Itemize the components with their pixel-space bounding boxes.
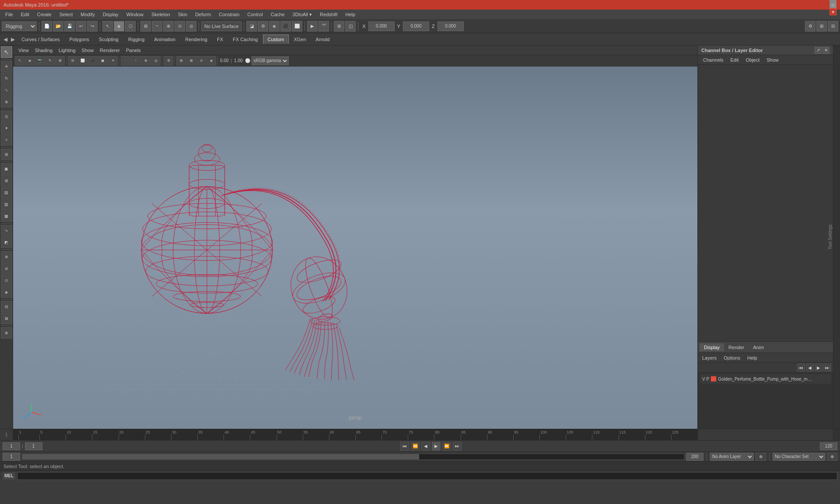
- menu-file[interactable]: File: [2, 11, 17, 18]
- channel-tab-channels[interactable]: Channels: [700, 56, 727, 63]
- menu-window[interactable]: Window: [123, 11, 147, 18]
- menu-select[interactable]: Select: [56, 11, 77, 18]
- vp-render-btn[interactable]: ⚙: [164, 56, 173, 66]
- pb-go-start-btn[interactable]: ⏮: [400, 442, 409, 451]
- light-btn[interactable]: ◈: [269, 21, 280, 32]
- curve-tool-btn[interactable]: ∿: [1, 225, 12, 236]
- surface-btn[interactable]: ◩: [1, 237, 12, 248]
- show-manip-btn[interactable]: ⊞: [1, 149, 12, 160]
- menu-edit[interactable]: Edit: [18, 11, 33, 18]
- snap-grid-btn[interactable]: ⊞: [140, 21, 151, 32]
- shelf-tab-fxcaching[interactable]: FX Caching: [228, 35, 262, 44]
- vp-isolate-btn[interactable]: ◎: [151, 56, 161, 66]
- move-tool-btn[interactable]: ✛: [1, 61, 12, 72]
- shelf-arrow-right[interactable]: ▶: [9, 36, 17, 42]
- playblast-btn[interactable]: ▶: [307, 21, 318, 32]
- shelf-tab-sculpting[interactable]: Sculpting: [94, 35, 123, 44]
- channel-close-btn[interactable]: ✕: [822, 47, 830, 54]
- redo-btn[interactable]: ↪: [87, 21, 98, 32]
- vp-menu-shading[interactable]: Shading: [32, 47, 55, 54]
- vp-menu-show[interactable]: Show: [79, 47, 97, 54]
- layout-front-btn[interactable]: ▦: [1, 210, 12, 222]
- vp-select-btn[interactable]: ↖: [15, 56, 24, 66]
- layer-nav-first[interactable]: ⏮: [797, 364, 805, 371]
- shelf-tab-animation[interactable]: Animation: [149, 35, 180, 44]
- vp-show-all-btn[interactable]: ⊞: [55, 56, 65, 66]
- menu-skeleton[interactable]: Skeleton: [148, 11, 174, 18]
- vp-light-btn[interactable]: ☀: [108, 56, 118, 66]
- shelf-tab-rendering[interactable]: Rendering: [180, 35, 212, 44]
- shelf-tab-custom[interactable]: Custom: [263, 35, 289, 44]
- shelf-arrow-left[interactable]: ◀: [2, 36, 9, 42]
- vp-menu-lighting[interactable]: Lighting: [56, 47, 78, 54]
- pb-play-back-btn[interactable]: ◀: [421, 442, 430, 451]
- deformer-btn[interactable]: ⊟: [1, 301, 12, 312]
- layout-side-btn[interactable]: ▤: [1, 187, 12, 198]
- close-button[interactable]: ✕: [830, 8, 836, 15]
- grid-vis-btn[interactable]: ⊞: [334, 21, 344, 32]
- menu-skin[interactable]: Skin: [175, 11, 191, 18]
- timeline-ruler[interactable]: 1510152025303540455055606570758085909510…: [13, 429, 697, 440]
- lasso-btn[interactable]: ◈: [114, 21, 124, 32]
- menu-control[interactable]: Control: [244, 11, 266, 18]
- menu-redshift[interactable]: Redshift: [316, 11, 341, 18]
- menu-modify[interactable]: Modify: [77, 11, 98, 18]
- layer-nav-last[interactable]: ⏭: [823, 364, 831, 371]
- weight-btn[interactable]: ◈: [1, 287, 12, 298]
- ik-btn[interactable]: ⊘: [1, 263, 12, 274]
- vp-snap2-btn[interactable]: ⊠: [186, 56, 196, 66]
- select-tool-btn[interactable]: ↖: [102, 21, 113, 32]
- shelf-tab-xgen[interactable]: XGen: [289, 35, 311, 44]
- bind-btn[interactable]: ⊙: [1, 275, 12, 286]
- char-set-btn[interactable]: ⊕: [827, 453, 837, 461]
- char-set-selector[interactable]: No Character Set: [773, 453, 825, 461]
- soft-select-btn[interactable]: ◎: [1, 111, 12, 122]
- shelf-tab-polygons[interactable]: Polygons: [64, 35, 94, 44]
- anim-layer-btn[interactable]: ⊕: [756, 453, 766, 461]
- vp-menu-renderer[interactable]: Renderer: [97, 47, 122, 54]
- camera-btn[interactable]: ◪: [246, 21, 257, 32]
- mel-input[interactable]: [17, 472, 837, 480]
- vp-normals-btn[interactable]: ↑: [131, 56, 140, 66]
- shelf-tab-arnold[interactable]: Arnold: [311, 35, 335, 44]
- shelf-tab-fx[interactable]: FX: [212, 35, 228, 44]
- scale-tool-btn[interactable]: ⤡: [1, 84, 12, 96]
- layer-item[interactable]: V P Golden_Perfume_Bottle_Pump_with_Hose…: [700, 374, 831, 384]
- layer-nav-next[interactable]: ▶: [815, 364, 822, 371]
- new-scene-btn[interactable]: 📄: [42, 21, 52, 32]
- range-end-input[interactable]: [686, 453, 704, 461]
- sculpt-btn[interactable]: ✦: [1, 122, 12, 134]
- shaderballs-btn[interactable]: ⬛: [280, 21, 291, 32]
- layout-single-btn[interactable]: ▣: [1, 163, 12, 175]
- pb-play-fwd-btn[interactable]: ▶: [432, 442, 441, 451]
- snap-point-btn[interactable]: ⊕: [163, 21, 174, 32]
- anim-layer-selector[interactable]: No Anim Layer: [710, 453, 754, 461]
- vp-move-btn[interactable]: ◈: [25, 56, 35, 66]
- menu-create[interactable]: Create: [34, 11, 55, 18]
- channel-tab-show[interactable]: Show: [763, 56, 782, 63]
- snap-view-btn[interactable]: ⊙: [175, 21, 185, 32]
- menu-3dtall[interactable]: 3DtoAll ▾: [289, 11, 316, 18]
- range-slider[interactable]: [22, 454, 684, 460]
- sub-tab-options[interactable]: Options: [721, 354, 743, 361]
- channel-tab-edit[interactable]: Edit: [727, 56, 742, 63]
- undo-btn[interactable]: ↩: [76, 21, 86, 32]
- rotate-tool-btn[interactable]: ↻: [1, 73, 12, 84]
- workspace-selector[interactable]: Rigging: [2, 21, 37, 31]
- layout-top-btn[interactable]: ▥: [1, 199, 12, 210]
- channel-float-btn[interactable]: ↗: [815, 47, 822, 54]
- paintweights-btn[interactable]: ✧: [1, 134, 12, 146]
- sub-tab-layers[interactable]: Layers: [700, 354, 719, 361]
- extra-btn[interactable]: ⊕: [1, 327, 12, 339]
- menu-display[interactable]: Display: [99, 11, 122, 18]
- vp-points-btn[interactable]: ·: [121, 56, 130, 66]
- joint-btn[interactable]: ⊛: [1, 251, 12, 262]
- shelf-tab-curves[interactable]: Curves / Surfaces: [17, 35, 64, 44]
- layout-btn[interactable]: ⊞: [816, 21, 827, 32]
- vp-texture-btn[interactable]: ▣: [98, 56, 108, 66]
- current-frame-input[interactable]: [3, 442, 20, 450]
- settings-btn[interactable]: ⚙: [805, 21, 816, 32]
- colorspace-selector[interactable]: sRGB gamma: [252, 56, 289, 65]
- save-btn[interactable]: 💾: [64, 21, 75, 32]
- open-btn[interactable]: 📂: [53, 21, 63, 32]
